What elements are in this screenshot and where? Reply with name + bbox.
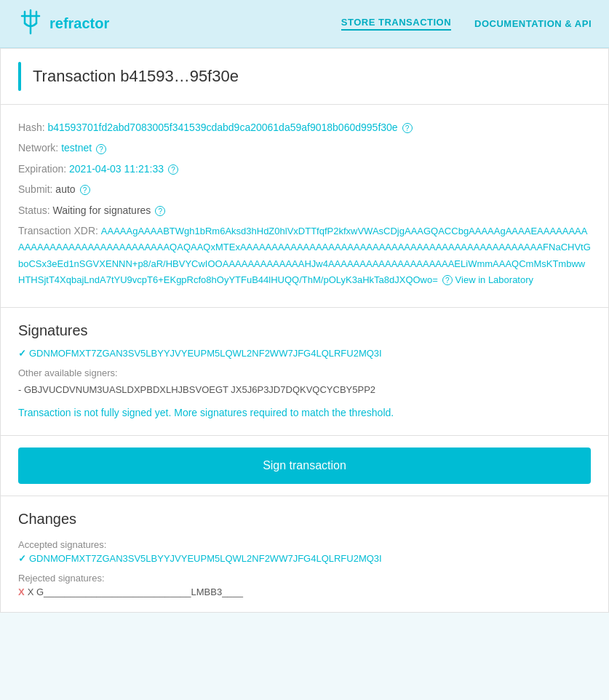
accepted-check-icon: ✓ xyxy=(18,553,26,564)
other-signer-item: - GBJVUCDVNUM3UASLDXPBDXLHJBSVOEGT JX5J6… xyxy=(18,384,591,395)
signatures-title: Signatures xyxy=(18,322,591,339)
accepted-sig-value: GDNMOFMXT7ZGAN3SV5LBYYJVYEUPM5LQWL2NF2WW… xyxy=(29,553,382,564)
accepted-label: Accepted signatures: xyxy=(18,539,591,550)
nav-store-transaction[interactable]: STORE TRANSACTION xyxy=(341,17,451,31)
logo-area: refractor xyxy=(17,9,109,39)
logo-text: refractor xyxy=(49,15,109,32)
submit-help-icon[interactable]: ? xyxy=(80,185,90,195)
rejected-sig-value: X G____________________________LMBB3____ xyxy=(28,586,243,597)
expiration-label: Expiration: xyxy=(18,163,66,175)
expiration-help-icon[interactable]: ? xyxy=(168,164,178,175)
main-content: Transaction b41593…95f30e Hash: b4159370… xyxy=(0,48,609,613)
logo-icon xyxy=(17,9,44,39)
submit-value: auto xyxy=(55,183,75,195)
hash-value: b41593701fd2abd7083005f341539cdabd9ca200… xyxy=(47,122,397,133)
status-help-icon[interactable]: ? xyxy=(155,206,165,216)
accepted-sig-item: ✓ GDNMOFMXT7ZGAN3SV5LBYYJVYEUPM5LQWL2NF2… xyxy=(18,553,591,564)
changes-section: Changes Accepted signatures: ✓ GDNMOFMXT… xyxy=(1,496,608,612)
hash-row: Hash: b41593701fd2abd7083005f341539cdabd… xyxy=(18,119,591,135)
status-row: Status: Waiting for signatures ? xyxy=(18,202,591,218)
submit-label: Submit: xyxy=(18,183,52,195)
sign-transaction-button[interactable]: Sign transaction xyxy=(18,448,591,484)
header: refractor STORE TRANSACTION DOCUMENTATIO… xyxy=(0,0,609,48)
title-accent xyxy=(18,62,21,91)
signed-sig-value: GDNMOFMXT7ZGAN3SV5LBYYJVYEUPM5LQWL2NF2WW… xyxy=(29,348,382,359)
hash-help-icon[interactable]: ? xyxy=(402,123,413,133)
rejected-sig-item: X X G____________________________LMBB3__… xyxy=(18,586,591,597)
signatures-section: Signatures ✓ GDNMOFMXT7ZGAN3SV5LBYYJVYEU… xyxy=(1,308,608,436)
page-title: Transaction b41593…95f30e xyxy=(33,67,239,86)
page-title-bar: Transaction b41593…95f30e xyxy=(1,49,608,105)
network-label: Network: xyxy=(18,142,58,154)
expiration-value: 2021-04-03 11:21:33 xyxy=(69,163,164,175)
network-value: testnet xyxy=(61,142,92,154)
nav-documentation-api[interactable]: DOCUMENTATION & API xyxy=(474,18,592,29)
xdr-row: Transaction XDR: AAAAAgAAAABTWgh1bRm6Aks… xyxy=(18,223,591,288)
sign-btn-area: Sign transaction xyxy=(1,436,608,496)
sig-check-icon: ✓ xyxy=(18,348,26,359)
network-row: Network: testnet ? xyxy=(18,140,591,156)
xdr-label: Transaction XDR: xyxy=(18,225,98,236)
xdr-help-icon[interactable]: ? xyxy=(442,275,453,285)
submit-row: Submit: auto ? xyxy=(18,181,591,197)
signed-sig-item: ✓ GDNMOFMXT7ZGAN3SV5LBYYJVYEUPM5LQWL2NF2… xyxy=(18,348,591,359)
changes-title: Changes xyxy=(18,511,591,528)
hash-label: Hash: xyxy=(18,122,45,133)
view-lab-link[interactable]: View in Laboratory xyxy=(455,274,533,285)
other-signer-value: GBJVUCDVNUM3UASLDXPBDXLHJBSVOEGT JX5J6P3… xyxy=(24,384,375,395)
transaction-details: Hash: b41593701fd2abd7083005f341539cdabd… xyxy=(1,105,608,308)
nav-links: STORE TRANSACTION DOCUMENTATION & API xyxy=(341,17,592,31)
rejected-label: Rejected signatures: xyxy=(18,573,591,584)
expiration-row: Expiration: 2021-04-03 11:21:33 ? xyxy=(18,161,591,177)
network-help-icon[interactable]: ? xyxy=(96,144,106,154)
status-value: Waiting for signatures xyxy=(52,204,151,216)
status-label: Status: xyxy=(18,204,50,216)
other-signers-label: Other available signers: xyxy=(18,367,591,378)
rejected-x-icon: X xyxy=(18,586,25,597)
not-signed-message: Transaction is not fully signed yet. Mor… xyxy=(18,405,591,421)
